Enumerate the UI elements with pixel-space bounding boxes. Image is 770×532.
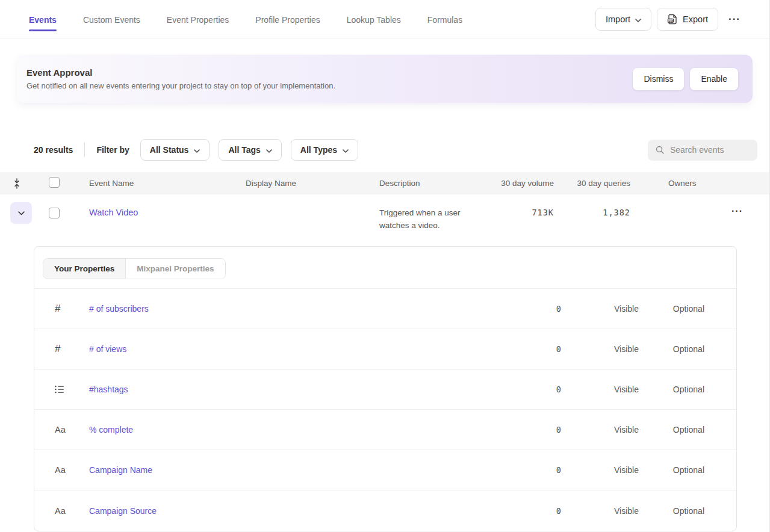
list-type-icon bbox=[55, 385, 89, 394]
all-status-label: All Status bbox=[150, 145, 189, 155]
banner-description: Get notified on all new events entering … bbox=[26, 81, 335, 90]
collapse-row-button[interactable] bbox=[10, 202, 32, 224]
top-navigation: Events Custom Events Event Properties Pr… bbox=[0, 0, 769, 39]
select-all-checkbox[interactable] bbox=[49, 177, 60, 188]
tab-mixpanel-properties[interactable]: Mixpanel Properties bbox=[126, 259, 225, 279]
chevron-down-icon bbox=[194, 145, 200, 155]
chevron-down-icon bbox=[635, 14, 641, 24]
divider bbox=[84, 143, 85, 157]
filter-by-label: Filter by bbox=[96, 145, 129, 155]
tab-your-properties[interactable]: Your Properties bbox=[43, 259, 126, 279]
lexicon-events-page: { "nav": { "tabs": [ { "label": "Events"… bbox=[0, 0, 770, 532]
nav-tabs: Events Custom Events Event Properties Pr… bbox=[0, 2, 462, 36]
property-link[interactable]: Campaign Name bbox=[89, 465, 152, 475]
chevron-down-icon bbox=[266, 145, 272, 155]
property-visibility: Visible bbox=[561, 304, 639, 314]
property-requirement: Optional bbox=[639, 304, 704, 314]
property-row: # # of views 0 Visible Optional bbox=[34, 329, 736, 370]
tab-formulas[interactable]: Formulas bbox=[427, 2, 462, 36]
table-row: Watch Video Triggered when a user watche… bbox=[0, 194, 769, 241]
property-row: Aa Campaign Source 0 Visible Optional bbox=[34, 490, 736, 531]
all-tags-label: All Tags bbox=[228, 145, 260, 155]
property-visibility: Visible bbox=[561, 465, 639, 475]
queries-cell: 1,382 bbox=[554, 208, 630, 217]
text-type-icon: Aa bbox=[55, 425, 89, 435]
col-event-name: Event Name bbox=[89, 179, 246, 188]
all-tags-dropdown[interactable]: All Tags bbox=[219, 139, 281, 161]
property-row: #hashtags 0 Visible Optional bbox=[34, 370, 736, 410]
row-checkbox[interactable] bbox=[49, 208, 60, 218]
svg-text:csv: csv bbox=[669, 19, 674, 22]
property-visibility: Visible bbox=[561, 425, 639, 435]
dismiss-button[interactable]: Dismiss bbox=[633, 68, 684, 90]
property-requirement: Optional bbox=[639, 385, 704, 394]
import-button[interactable]: Import bbox=[595, 8, 651, 31]
banner-actions: Dismiss Enable bbox=[633, 68, 753, 90]
property-link[interactable]: #hashtags bbox=[89, 385, 128, 394]
panel-header: Your Properties Mixpanel Properties bbox=[34, 247, 736, 289]
property-link[interactable]: Campaign Source bbox=[89, 506, 157, 516]
export-button-label: Export bbox=[683, 14, 708, 24]
property-count: 0 bbox=[447, 425, 561, 435]
more-options-button[interactable]: ··· bbox=[724, 8, 745, 31]
banner-title: Event Approval bbox=[26, 67, 335, 78]
tab-profile-properties[interactable]: Profile Properties bbox=[255, 2, 320, 36]
property-link[interactable]: % complete bbox=[89, 425, 133, 435]
search-input[interactable] bbox=[670, 145, 748, 155]
col-description: Description bbox=[379, 179, 476, 188]
row-more-button[interactable]: ··· bbox=[630, 206, 769, 217]
property-requirement: Optional bbox=[639, 506, 704, 516]
property-count: 0 bbox=[447, 304, 561, 314]
all-types-label: All Types bbox=[300, 145, 337, 155]
ellipsis-icon: ··· bbox=[731, 206, 743, 216]
tab-lookup-tables[interactable]: Lookup Tables bbox=[347, 2, 401, 36]
property-requirement: Optional bbox=[639, 425, 704, 435]
all-status-dropdown[interactable]: All Status bbox=[140, 139, 210, 161]
property-row: Aa Campaign Name 0 Visible Optional bbox=[34, 450, 736, 490]
number-type-icon: # bbox=[55, 343, 89, 355]
property-count: 0 bbox=[447, 506, 561, 516]
volume-cell: 713K bbox=[476, 208, 554, 217]
event-approval-banner: Event Approval Get notified on all new e… bbox=[17, 55, 753, 103]
property-visibility: Visible bbox=[561, 344, 639, 354]
search-icon bbox=[655, 145, 665, 155]
tab-custom-events[interactable]: Custom Events bbox=[83, 2, 140, 36]
property-visibility: Visible bbox=[561, 506, 639, 516]
filter-bar: 20 results Filter by All Status All Tags… bbox=[34, 139, 757, 161]
property-row: Aa % complete 0 Visible Optional bbox=[34, 410, 736, 450]
event-name-link[interactable]: Watch Video bbox=[89, 208, 138, 217]
export-button[interactable]: csv Export bbox=[657, 8, 718, 31]
enable-button[interactable]: Enable bbox=[690, 68, 738, 90]
results-count: 20 results bbox=[34, 145, 73, 155]
collapse-all-button[interactable] bbox=[0, 178, 34, 189]
event-properties-panel: Your Properties Mixpanel Properties # # … bbox=[34, 246, 737, 531]
number-type-icon: # bbox=[55, 303, 89, 315]
property-count: 0 bbox=[447, 344, 561, 354]
csv-file-icon: csv bbox=[667, 14, 678, 25]
property-row: # # of subscribers 0 Visible Optional bbox=[34, 289, 736, 329]
chevron-down-icon bbox=[343, 145, 349, 155]
banner-texts: Event Approval Get notified on all new e… bbox=[17, 67, 335, 90]
tab-event-properties[interactable]: Event Properties bbox=[167, 2, 229, 36]
ellipsis-icon: ··· bbox=[728, 13, 741, 25]
property-link[interactable]: # of subscribers bbox=[89, 304, 149, 314]
property-visibility: Visible bbox=[561, 385, 639, 394]
tab-events[interactable]: Events bbox=[29, 2, 57, 36]
property-requirement: Optional bbox=[639, 465, 704, 475]
search-box[interactable] bbox=[648, 140, 757, 161]
all-types-dropdown[interactable]: All Types bbox=[291, 139, 358, 161]
text-type-icon: Aa bbox=[55, 506, 89, 516]
property-count: 0 bbox=[447, 465, 561, 475]
properties-tabgroup: Your Properties Mixpanel Properties bbox=[43, 258, 226, 279]
property-requirement: Optional bbox=[639, 344, 704, 354]
chevron-down-icon bbox=[18, 211, 25, 215]
table-header: Event Name Display Name Description 30 d… bbox=[0, 172, 769, 194]
property-link[interactable]: # of views bbox=[89, 344, 126, 354]
col-30-day-queries: 30 day queries bbox=[554, 179, 630, 188]
nav-actions: Import csv Export ··· bbox=[595, 8, 769, 31]
text-type-icon: Aa bbox=[55, 465, 89, 475]
property-count: 0 bbox=[447, 385, 561, 394]
col-owners: Owners bbox=[630, 179, 769, 188]
import-button-label: Import bbox=[606, 14, 630, 24]
collapse-rows-icon bbox=[13, 178, 20, 189]
